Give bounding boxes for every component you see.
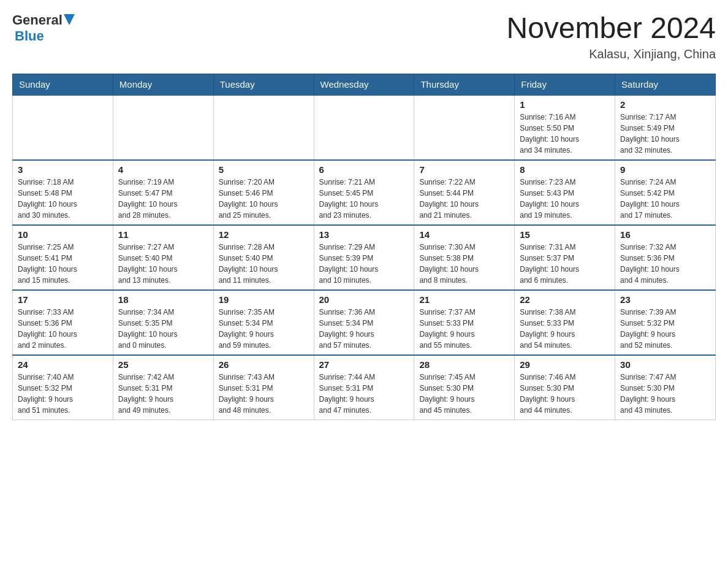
calendar-cell: 24Sunrise: 7:40 AM Sunset: 5:32 PM Dayli… [13,355,113,420]
day-number: 15 [520,229,610,240]
day-number: 16 [620,229,710,240]
calendar-cell [213,95,314,160]
calendar-week-row-1: 1Sunrise: 7:16 AM Sunset: 5:50 PM Daylig… [13,95,716,160]
calendar-cell [113,95,213,160]
day-info: Sunrise: 7:31 AM Sunset: 5:37 PM Dayligh… [520,242,610,286]
day-info: Sunrise: 7:27 AM Sunset: 5:40 PM Dayligh… [118,242,208,286]
day-number: 3 [18,164,108,175]
calendar-cell: 20Sunrise: 7:36 AM Sunset: 5:34 PM Dayli… [314,290,414,355]
calendar-cell: 14Sunrise: 7:30 AM Sunset: 5:38 PM Dayli… [414,225,515,290]
calendar-cell: 2Sunrise: 7:17 AM Sunset: 5:49 PM Daylig… [615,95,716,160]
day-info: Sunrise: 7:22 AM Sunset: 5:44 PM Dayligh… [419,177,509,221]
day-info: Sunrise: 7:46 AM Sunset: 5:30 PM Dayligh… [520,372,610,416]
day-info: Sunrise: 7:33 AM Sunset: 5:36 PM Dayligh… [18,307,108,351]
day-number: 14 [419,229,509,240]
day-number: 12 [219,229,309,240]
calendar-cell: 22Sunrise: 7:38 AM Sunset: 5:33 PM Dayli… [515,290,615,355]
calendar-cell: 11Sunrise: 7:27 AM Sunset: 5:40 PM Dayli… [113,225,213,290]
calendar-cell [314,95,414,160]
calendar-cell: 3Sunrise: 7:18 AM Sunset: 5:48 PM Daylig… [13,160,113,225]
calendar-cell: 25Sunrise: 7:42 AM Sunset: 5:31 PM Dayli… [113,355,213,420]
day-info: Sunrise: 7:34 AM Sunset: 5:35 PM Dayligh… [118,307,208,351]
day-number: 11 [118,229,208,240]
day-number: 1 [520,99,610,110]
day-info: Sunrise: 7:16 AM Sunset: 5:50 PM Dayligh… [520,112,610,156]
day-info: Sunrise: 7:29 AM Sunset: 5:39 PM Dayligh… [319,242,409,286]
day-number: 22 [520,294,610,305]
calendar-week-row-3: 10Sunrise: 7:25 AM Sunset: 5:41 PM Dayli… [13,225,716,290]
weekday-header-wednesday: Wednesday [314,74,414,95]
day-number: 19 [219,294,309,305]
calendar-cell: 16Sunrise: 7:32 AM Sunset: 5:36 PM Dayli… [615,225,716,290]
day-number: 10 [18,229,108,240]
day-info: Sunrise: 7:28 AM Sunset: 5:40 PM Dayligh… [219,242,309,286]
month-title: November 2024 [506,12,716,45]
day-number: 7 [419,164,509,175]
day-number: 23 [620,294,710,305]
day-number: 9 [620,164,710,175]
day-number: 25 [118,359,208,370]
day-info: Sunrise: 7:45 AM Sunset: 5:30 PM Dayligh… [419,372,509,416]
day-number: 8 [520,164,610,175]
calendar-week-row-2: 3Sunrise: 7:18 AM Sunset: 5:48 PM Daylig… [13,160,716,225]
calendar-week-row-4: 17Sunrise: 7:33 AM Sunset: 5:36 PM Dayli… [13,290,716,355]
day-info: Sunrise: 7:37 AM Sunset: 5:33 PM Dayligh… [419,307,509,351]
location: Kalasu, Xinjiang, China [506,47,716,61]
calendar-cell: 28Sunrise: 7:45 AM Sunset: 5:30 PM Dayli… [414,355,515,420]
day-number: 18 [118,294,208,305]
day-number: 6 [319,164,409,175]
day-number: 17 [18,294,108,305]
day-info: Sunrise: 7:43 AM Sunset: 5:31 PM Dayligh… [219,372,309,416]
calendar-table: SundayMondayTuesdayWednesdayThursdayFrid… [12,74,716,420]
weekday-header-row: SundayMondayTuesdayWednesdayThursdayFrid… [13,74,716,95]
day-info: Sunrise: 7:35 AM Sunset: 5:34 PM Dayligh… [219,307,309,351]
weekday-header-tuesday: Tuesday [213,74,314,95]
day-info: Sunrise: 7:18 AM Sunset: 5:48 PM Dayligh… [18,177,108,221]
calendar-cell: 5Sunrise: 7:20 AM Sunset: 5:46 PM Daylig… [213,160,314,225]
calendar-cell: 26Sunrise: 7:43 AM Sunset: 5:31 PM Dayli… [213,355,314,420]
day-number: 27 [319,359,409,370]
calendar-cell: 9Sunrise: 7:24 AM Sunset: 5:42 PM Daylig… [615,160,716,225]
day-info: Sunrise: 7:20 AM Sunset: 5:46 PM Dayligh… [219,177,309,221]
calendar-cell: 17Sunrise: 7:33 AM Sunset: 5:36 PM Dayli… [13,290,113,355]
calendar-cell: 23Sunrise: 7:39 AM Sunset: 5:32 PM Dayli… [615,290,716,355]
day-info: Sunrise: 7:40 AM Sunset: 5:32 PM Dayligh… [18,372,108,416]
logo-blue-text: Blue [15,28,44,44]
calendar-cell: 8Sunrise: 7:23 AM Sunset: 5:43 PM Daylig… [515,160,615,225]
day-info: Sunrise: 7:21 AM Sunset: 5:45 PM Dayligh… [319,177,409,221]
calendar-cell [13,95,113,160]
day-info: Sunrise: 7:30 AM Sunset: 5:38 PM Dayligh… [419,242,509,286]
day-number: 4 [118,164,208,175]
day-number: 5 [219,164,309,175]
day-info: Sunrise: 7:44 AM Sunset: 5:31 PM Dayligh… [319,372,409,416]
svg-marker-0 [64,14,75,25]
calendar-cell: 30Sunrise: 7:47 AM Sunset: 5:30 PM Dayli… [615,355,716,420]
day-info: Sunrise: 7:23 AM Sunset: 5:43 PM Dayligh… [520,177,610,221]
weekday-header-thursday: Thursday [414,74,515,95]
calendar-cell: 10Sunrise: 7:25 AM Sunset: 5:41 PM Dayli… [13,225,113,290]
weekday-header-sunday: Sunday [13,74,113,95]
calendar-cell: 12Sunrise: 7:28 AM Sunset: 5:40 PM Dayli… [213,225,314,290]
weekday-header-friday: Friday [515,74,615,95]
day-number: 29 [520,359,610,370]
day-number: 30 [620,359,710,370]
day-info: Sunrise: 7:36 AM Sunset: 5:34 PM Dayligh… [319,307,409,351]
calendar-cell: 27Sunrise: 7:44 AM Sunset: 5:31 PM Dayli… [314,355,414,420]
day-info: Sunrise: 7:39 AM Sunset: 5:32 PM Dayligh… [620,307,710,351]
logo-general-text: General [12,12,63,28]
weekday-header-saturday: Saturday [615,74,716,95]
calendar-cell: 4Sunrise: 7:19 AM Sunset: 5:47 PM Daylig… [113,160,213,225]
day-info: Sunrise: 7:47 AM Sunset: 5:30 PM Dayligh… [620,372,710,416]
day-info: Sunrise: 7:32 AM Sunset: 5:36 PM Dayligh… [620,242,710,286]
calendar-cell [414,95,515,160]
day-info: Sunrise: 7:24 AM Sunset: 5:42 PM Dayligh… [620,177,710,221]
calendar-cell: 6Sunrise: 7:21 AM Sunset: 5:45 PM Daylig… [314,160,414,225]
day-number: 20 [319,294,409,305]
title-section: November 2024 Kalasu, Xinjiang, China [506,12,716,61]
day-number: 2 [620,99,710,110]
logo: General Blue [12,12,75,44]
calendar-cell: 1Sunrise: 7:16 AM Sunset: 5:50 PM Daylig… [515,95,615,160]
calendar-cell: 18Sunrise: 7:34 AM Sunset: 5:35 PM Dayli… [113,290,213,355]
calendar-week-row-5: 24Sunrise: 7:40 AM Sunset: 5:32 PM Dayli… [13,355,716,420]
day-info: Sunrise: 7:25 AM Sunset: 5:41 PM Dayligh… [18,242,108,286]
